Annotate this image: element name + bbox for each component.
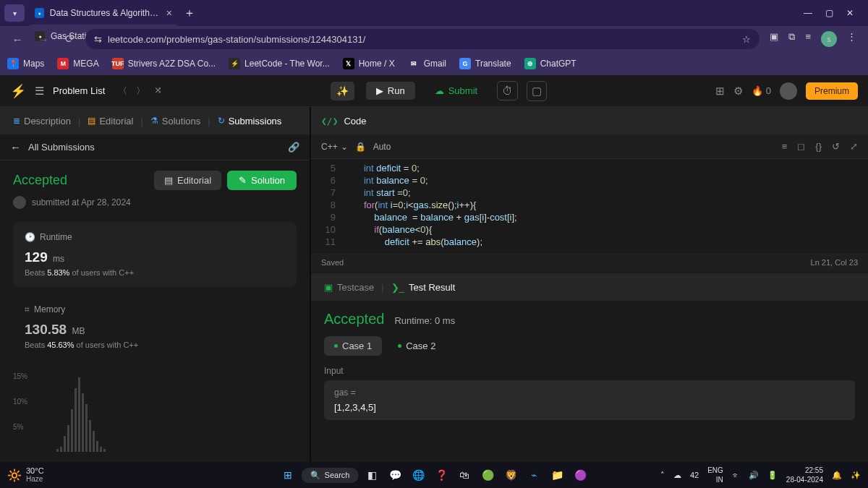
taskbar-search[interactable]: 🔍Search [302,468,359,483]
sidepanel-icon[interactable]: ≡ [805,31,811,47]
forward-button[interactable]: → [33,29,54,49]
list-icon[interactable]: ☰ [35,85,44,98]
app-icon[interactable]: 🟣 [571,466,590,484]
profile-avatar[interactable]: s [821,31,837,47]
reset-icon[interactable]: ↺ [832,141,840,152]
tab-search-dropdown[interactable]: ▾ [4,4,25,22]
back-button[interactable]: ← [7,29,27,49]
browser-tab[interactable]: ⬥Data Structures & Algorithms M× [27,1,179,25]
reload-button[interactable]: ⟳ [59,29,80,49]
tab-testcase[interactable]: ▣Testcase [321,279,377,296]
tab-description[interactable]: ≣Description [9,113,75,129]
bookmark-icon[interactable]: ◻ [797,141,805,152]
bookmark-item[interactable]: ⚡LeetCode - The Wor... [229,58,330,69]
copilot-icon[interactable]: ✨ [851,471,861,480]
wifi-icon[interactable]: ᯤ [732,471,740,479]
clock[interactable]: 22:5528-04-2024 [786,466,823,484]
task-view-button[interactable]: ◧ [362,466,381,484]
bookmark-item[interactable]: TUFStrivers A2Z DSA Co... [112,58,216,69]
format-icon[interactable]: ≡ [782,141,788,152]
status-accepted: Accepted [13,173,67,188]
fullscreen-icon[interactable]: ⤢ [850,141,858,152]
new-tab-button[interactable]: ＋ [179,3,200,23]
bookmark-item[interactable]: 📍Maps [7,58,44,69]
test-runtime: Runtime: 0 ms [394,315,455,326]
extensions-icon[interactable]: ⧉ [788,31,795,47]
timer-icon[interactable]: ⏱ [497,81,518,100]
close-tab-icon[interactable]: × [166,7,172,19]
url-text: leetcode.com/problems/gas-station/submis… [108,34,365,45]
toolbar: ← → ⟳ ⇆ leetcode.com/problems/gas-statio… [0,26,868,52]
points-badge[interactable]: 42 [690,471,699,479]
menu-icon[interactable]: ⋮ [847,31,856,47]
settings-icon[interactable]: ⚙ [733,85,743,98]
cloud-icon[interactable]: ☁ [673,471,681,480]
input-var-value: [1,2,3,4,5] [334,402,845,413]
start-button[interactable]: ⊞ [278,466,297,484]
chrome-icon[interactable]: 🟢 [478,466,497,484]
next-problem-button[interactable]: 〉 [136,85,145,98]
bookmark-item[interactable]: 𝕏Home / X [343,58,395,69]
streak-counter[interactable]: 🔥 0 [752,85,771,96]
brave-icon[interactable]: 🦁 [501,466,520,484]
bookmark-item[interactable]: ✉Gmail [408,58,446,69]
submission-info: submitted at Apr 28, 2024 [13,196,310,209]
braces-icon[interactable]: {} [815,141,822,152]
status-dot-icon [398,344,401,348]
case-tab[interactable]: Case 2 [388,336,446,356]
help-icon[interactable]: ❓ [432,466,451,484]
runtime-card[interactable]: 🕑Runtime 129 ms Beats 5.83% of users wit… [13,222,297,287]
tab-solutions[interactable]: ⚗Solutions [146,113,205,129]
run-button[interactable]: ▶Run [366,82,415,100]
all-submissions-link[interactable]: All Submissions [28,142,95,153]
bookmark-item[interactable]: GTranslate [459,58,511,69]
tab-test-result[interactable]: ❯_Test Result [388,279,459,296]
store-icon[interactable]: 🛍 [455,466,474,484]
bookmark-label: Maps [23,59,44,69]
user-avatar[interactable] [780,82,797,100]
case-tab[interactable]: Case 1 [324,336,382,356]
site-info-icon[interactable]: ⇆ [94,34,102,45]
submit-button[interactable]: ☁Submit [424,81,488,100]
tab-submissions[interactable]: ↻Submissions [213,113,286,129]
dashboard-icon[interactable]: ⊞ [715,85,725,98]
saved-status: Saved [321,258,344,267]
link-icon[interactable]: 🔗 [288,142,299,153]
vscode-icon[interactable]: ⌁ [524,466,543,484]
bookmark-favicon: ⊚ [524,58,536,69]
editorial-button[interactable]: ▤Editorial [154,171,221,190]
solution-button[interactable]: ✎Solution [227,171,297,190]
language-indicator[interactable]: ENGIN [707,466,723,484]
leetcode-logo-icon[interactable]: ⚡ [10,83,26,99]
notes-icon[interactable]: ▢ [527,81,547,101]
explorer-icon[interactable]: 📁 [548,466,566,484]
bookmark-favicon: M [57,58,69,69]
code-editor[interactable]: 567891011 int deficit = 0; int balance =… [311,159,868,253]
memory-card[interactable]: ⌗Memory 130.58 MB Beats 45.63% of users … [13,301,297,359]
notifications-icon[interactable]: 🔔 [832,471,842,480]
tray-chevron-icon[interactable]: ˄ [660,471,665,480]
shuffle-button[interactable]: ⤨ [154,85,162,98]
back-arrow-icon[interactable]: ← [10,141,21,153]
problem-list-link[interactable]: Problem List [53,85,105,96]
chart-bar [78,377,80,452]
bookmark-favicon: ✉ [408,58,420,69]
bookmark-item[interactable]: MMEGA [57,58,98,69]
close-window-button[interactable]: ✕ [846,8,854,18]
language-select[interactable]: C++ ⌄ [321,142,348,152]
address-bar[interactable]: ⇆ leetcode.com/problems/gas-station/subm… [85,29,760,49]
bookmark-star-icon[interactable]: ☆ [742,34,751,45]
ai-assistant-button[interactable]: ✨ [331,82,354,100]
minimize-button[interactable]: — [804,8,812,18]
weather-widget[interactable]: 🔆 30°CHaze [7,466,44,484]
premium-button[interactable]: Premium [806,82,858,100]
bookmark-item[interactable]: ⊚ChatGPT [524,58,576,69]
maximize-button[interactable]: ▢ [825,8,833,18]
volume-icon[interactable]: 🔊 [749,471,759,480]
battery-icon[interactable]: 🔋 [767,471,778,480]
chat-icon[interactable]: 💬 [386,466,404,484]
edge-icon[interactable]: 🌐 [409,466,427,484]
tab-editorial[interactable]: ▤Editorial [83,113,137,129]
cast-icon[interactable]: ▣ [770,31,778,47]
prev-problem-button[interactable]: 〈 [118,85,127,98]
